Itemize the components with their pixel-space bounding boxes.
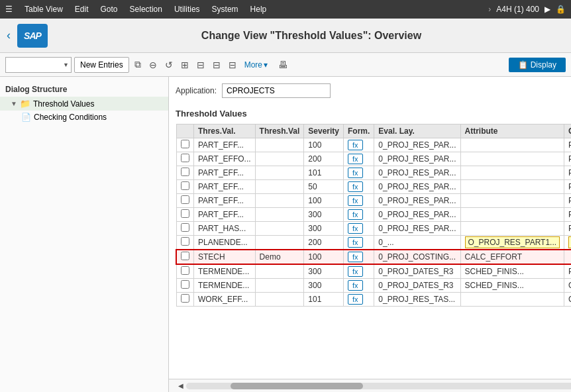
row-form[interactable]: fx [343, 152, 374, 166]
move-up-button[interactable]: ⊞ [178, 57, 191, 73]
row-form[interactable]: fx [343, 236, 374, 250]
tree-expander-icon[interactable]: ▼ [11, 100, 17, 107]
fx-button[interactable]: fx [348, 195, 363, 206]
row-checkbox[interactable] [181, 168, 189, 176]
row-form[interactable]: fx [343, 222, 374, 236]
application-label: Application: [176, 86, 217, 95]
fx-button[interactable]: fx [348, 237, 363, 248]
horizontal-scrollbar[interactable] [186, 383, 571, 389]
row-form[interactable]: fx [343, 264, 374, 279]
row-form[interactable]: fx [343, 279, 374, 293]
fx-button[interactable]: fx [348, 140, 363, 150]
more-button[interactable]: More ▾ [242, 59, 270, 71]
col-thres-val: Thres.Val. [194, 124, 256, 138]
menu-table-view[interactable]: Table View [19, 2, 68, 17]
refresh-button[interactable]: ↺ [162, 57, 176, 73]
row-checkbox[interactable] [181, 280, 189, 289]
sidebar-item-threshold-values[interactable]: ▼ 📁 Threshold Values [0, 97, 168, 111]
print-button[interactable]: 🖶 [276, 57, 290, 73]
fx-button[interactable]: fx [348, 168, 363, 178]
table-row[interactable]: STECHDemo100fx0_PROJ_COSTING...CALC_EFFO… [176, 250, 571, 264]
table-row[interactable]: PART_EFF...50fx0_PROJ_RES_PAR...PARTICIP… [176, 180, 571, 194]
more-chevron-icon: ▾ [264, 60, 268, 70]
row-form[interactable]: fx [343, 138, 374, 152]
toolbar-dropdown[interactable] [5, 57, 72, 73]
row-attribute: SCHED_FINIS... [460, 264, 564, 279]
row-attribute [460, 293, 564, 307]
row-form[interactable]: fx [343, 166, 374, 180]
scrollbar-thumb[interactable] [231, 383, 364, 389]
back-button[interactable]: ‹ [7, 28, 11, 42]
sidebar-item-checking-conditions[interactable]: 📄 Checking Conditions [0, 111, 168, 124]
row-checkbox[interactable] [181, 181, 189, 190]
scroll-area[interactable]: ◀ ▶ [169, 379, 571, 392]
menu-bar: ☰ Table View Edit Goto Selection Utiliti… [0, 0, 571, 19]
table-row[interactable]: PART_EFFO...200fx0_PROJ_RES_PAR...PROJEC… [176, 152, 571, 166]
row-checkbox[interactable] [181, 195, 189, 204]
row-form[interactable]: fx [343, 208, 374, 222]
menu-help[interactable]: Help [245, 2, 272, 17]
row-form[interactable]: fx [343, 293, 374, 307]
move-down-button[interactable]: ⊟ [194, 57, 207, 73]
row-eval-lay: 0_PROJ_DATES_R3 [374, 279, 460, 293]
scroll-left-icon[interactable]: ◀ [176, 382, 186, 389]
row-form[interactable]: fx [343, 194, 374, 208]
play-icon[interactable]: ▶ [545, 5, 550, 14]
menu-utilities[interactable]: Utilities [169, 2, 205, 17]
row-checkbox[interactable] [181, 237, 189, 246]
menu-edit[interactable]: Edit [70, 2, 94, 17]
toolbar-dropdown-wrapper[interactable] [5, 57, 72, 73]
row-eval-lay: 0_PROJ_RES_PAR... [374, 152, 460, 166]
main-content: Dialog Structure ▼ 📁 Threshold Values 📄 … [0, 77, 571, 392]
application-input[interactable] [222, 83, 331, 98]
row-checkbox[interactable] [181, 294, 189, 303]
menu-system[interactable]: System [207, 2, 244, 17]
menu-selection[interactable]: Selection [125, 2, 168, 17]
row-checkbox[interactable] [181, 140, 189, 148]
table-row[interactable]: PART_EFF...100fx0_PROJ_RES_PAR...PARTICI… [176, 194, 571, 208]
row-checkbox[interactable] [181, 223, 189, 232]
table-row[interactable]: PART_EFF...100fx0_PROJ_RES_PAR...PROJECT… [176, 138, 571, 152]
row-checkbox-cell [176, 152, 194, 166]
menu-right: › A4H (1) 400 ▶ 🔒 [488, 5, 566, 14]
fx-button[interactable]: fx [348, 266, 363, 277]
row-form[interactable]: fx [343, 250, 374, 264]
hamburger-icon[interactable]: ☰ [5, 5, 13, 14]
table-row[interactable]: TERMENDE...300fx0_PROJ_DATES_R3SCHED_FIN… [176, 264, 571, 279]
row-eval-lay: 0_PROJ_RES_PAR... [374, 180, 460, 194]
row-checkbox[interactable] [181, 266, 189, 275]
lock-icon[interactable]: 🔒 [556, 5, 566, 14]
table-row[interactable]: TERMENDE...300fx0_PROJ_DATES_R3SCHED_FIN… [176, 279, 571, 293]
table-row[interactable]: PART_EFF...101fx0_PROJ_RES_PAR...PARTICI… [176, 166, 571, 180]
menu-goto[interactable]: Goto [95, 2, 123, 17]
delete-button[interactable]: ⊖ [146, 57, 160, 73]
row-attribute [460, 138, 564, 152]
row-checkbox[interactable] [181, 252, 189, 260]
new-entries-button[interactable]: New Entries [74, 57, 129, 73]
table-row[interactable]: PLANENDE...200fx0_...O_PROJ_RES_PART1...… [176, 236, 571, 250]
fx-button[interactable]: fx [348, 252, 363, 262]
row-severity: 300 [304, 264, 344, 279]
more-info-button[interactable]: ⊟ [226, 57, 239, 73]
table-row[interactable]: PART_EFF...300fx0_PROJ_RES_PAR...PARTICI… [176, 208, 571, 222]
sap-logo: SAP [17, 24, 48, 48]
table-row[interactable]: PART_HAS...300fx0_PROJ_RES_PAR...PARTICI… [176, 222, 571, 236]
copy-button[interactable]: ⧉ [132, 57, 144, 73]
fx-button[interactable]: fx [348, 181, 363, 192]
row-form[interactable]: fx [343, 180, 374, 194]
detail-button[interactable]: ⊟ [210, 57, 223, 73]
row-thres-val: PLANENDE... [194, 236, 256, 250]
fx-button[interactable]: fx [348, 223, 363, 234]
fx-button[interactable]: fx [348, 294, 363, 305]
display-button[interactable]: 📋 Display [509, 58, 566, 72]
row-thres-val: TERMENDE... [194, 264, 256, 279]
fx-button[interactable]: fx [348, 154, 363, 164]
row-object-cat: CHECKLIS... [564, 293, 571, 307]
fx-button[interactable]: fx [348, 280, 363, 291]
row-checkbox[interactable] [181, 154, 189, 162]
fx-button[interactable]: fx [348, 209, 363, 220]
row-checkbox-cell [176, 264, 194, 279]
row-object-cat: PARTICIP... [564, 222, 571, 236]
table-row[interactable]: WORK_EFF...101fx0_PROJ_RES_TAS...CHECKLI… [176, 293, 571, 307]
row-checkbox[interactable] [181, 209, 189, 218]
